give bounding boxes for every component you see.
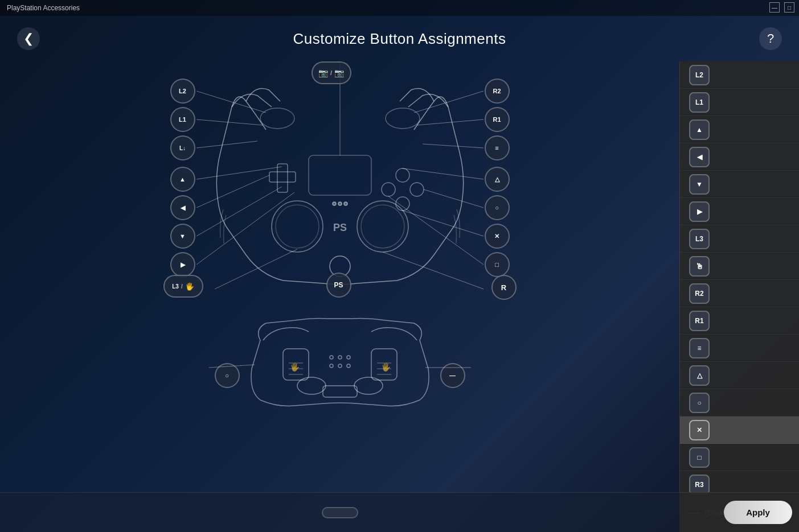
controller-diagram-bottom: 🖐 🖐 ○ —: [226, 312, 454, 414]
back-button[interactable]: ❮: [17, 27, 40, 50]
controller-diagram-top: PS: [158, 61, 522, 300]
svg-line-28: [423, 144, 484, 148]
circle-label: ○: [495, 204, 499, 211]
L1-button[interactable]: L1: [170, 107, 195, 132]
header: ❮ Customize Button Assignments ?: [0, 16, 799, 61]
panel-icon-right: ▶: [689, 201, 710, 222]
L3-touchpad-button[interactable]: L3 / 🖐: [163, 275, 203, 298]
dpad-right-label: ▶: [181, 261, 185, 269]
R1-label: R1: [493, 116, 501, 123]
svg-text:🖐: 🖐: [380, 362, 391, 372]
panel-icon-left: ◀: [689, 147, 710, 167]
panel-icon-up: ▲: [689, 119, 710, 140]
back-icon: ❮: [23, 31, 34, 46]
svg-line-26: [414, 91, 484, 113]
svg-rect-4: [277, 164, 288, 192]
touchpad-button[interactable]: 📷 / 📷: [312, 61, 351, 84]
page-title: Customize Button Assignments: [293, 30, 506, 48]
svg-line-27: [417, 119, 484, 125]
main-content: PS: [0, 61, 799, 532]
panel-icon-R2: R2: [689, 283, 710, 304]
R2-button[interactable]: R2: [485, 79, 510, 104]
svg-point-42: [338, 364, 342, 368]
svg-point-44: [297, 377, 326, 394]
panel-item-R1[interactable]: R1: [680, 307, 799, 335]
minimize-button[interactable]: —: [769, 2, 780, 13]
L-stick-label: L↓: [179, 145, 186, 151]
circle-button[interactable]: ○: [485, 195, 510, 220]
cross-label: ✕: [494, 233, 499, 240]
cross-button[interactable]: ✕: [485, 224, 510, 249]
options-button[interactable]: ≡: [485, 135, 510, 160]
svg-line-29: [403, 168, 484, 179]
L-stick-button[interactable]: L↓: [170, 135, 195, 160]
bottom-pill[interactable]: [322, 507, 358, 518]
dpad-left-label: ◀: [181, 204, 185, 212]
title-bar: PlayStation Accessories — □: [0, 0, 799, 16]
svg-line-31: [403, 211, 484, 236]
svg-point-13: [344, 202, 347, 205]
help-button[interactable]: ?: [759, 27, 782, 50]
R-back-button[interactable]: R: [491, 275, 517, 300]
R-back-label: R: [501, 283, 506, 292]
svg-point-1: [276, 205, 319, 248]
panel-icon-cross: ✕: [689, 420, 710, 440]
triangle-button[interactable]: △: [485, 167, 510, 192]
svg-point-41: [330, 364, 333, 368]
dpad-up-button[interactable]: ▲: [170, 167, 195, 192]
panel-icon-R1: R1: [689, 311, 710, 331]
bottom-minus-button[interactable]: —: [440, 363, 465, 388]
svg-line-24: [196, 192, 294, 265]
svg-point-45: [354, 377, 383, 394]
apply-button[interactable]: Apply: [724, 501, 792, 524]
dpad-down-button[interactable]: ▼: [170, 224, 195, 249]
dpad-down-label: ▼: [179, 233, 186, 240]
panel-item-left[interactable]: ◀: [680, 143, 799, 171]
panel-item-cross[interactable]: ✕: [680, 416, 799, 444]
panel-icon-circle: ○: [689, 393, 710, 413]
panel-icon-L1: L1: [689, 92, 710, 113]
app-title: PlayStation Accessories: [7, 4, 80, 12]
panel-icon-down: ▼: [689, 174, 710, 195]
panel-item-options[interactable]: ≡: [680, 335, 799, 362]
svg-point-0: [272, 201, 323, 252]
window-controls: — □: [769, 2, 794, 13]
svg-rect-10: [309, 155, 371, 195]
svg-point-15: [260, 108, 294, 129]
bottom-bar: [0, 492, 679, 532]
svg-line-33: [383, 252, 484, 289]
panel-item-up[interactable]: ▲: [680, 116, 799, 143]
svg-point-11: [333, 202, 336, 205]
svg-point-7: [410, 183, 424, 196]
bottom-circle-button[interactable]: ○: [215, 363, 240, 388]
side-panel: L2 L1 ▲ ◀ ▼ ▶: [679, 61, 799, 532]
svg-point-39: [338, 356, 342, 359]
panel-item-square[interactable]: □: [680, 444, 799, 471]
svg-line-30: [424, 189, 484, 208]
panel-item-triangle[interactable]: △: [680, 362, 799, 389]
svg-point-43: [347, 364, 350, 368]
panel-item-touchpad[interactable]: 🖱: [680, 253, 799, 280]
panel-item-R2[interactable]: R2: [680, 280, 799, 307]
svg-line-25: [215, 249, 297, 289]
apply-area: Apply: [679, 492, 799, 532]
panel-item-right[interactable]: ▶: [680, 198, 799, 225]
R1-button[interactable]: R1: [485, 107, 510, 132]
square-button[interactable]: □: [485, 252, 510, 277]
panel-item-down[interactable]: ▼: [680, 171, 799, 198]
panel-item-L3[interactable]: L3: [680, 225, 799, 253]
svg-point-40: [347, 356, 350, 359]
panel-icon-touchpad: 🖱: [689, 256, 710, 277]
ps-button[interactable]: PS: [326, 273, 351, 298]
panel-item-circle[interactable]: ○: [680, 389, 799, 416]
L2-button[interactable]: L2: [170, 79, 195, 104]
panel-item-L2[interactable]: L2: [680, 61, 799, 89]
svg-line-19: [196, 119, 263, 125]
panel-item-L1[interactable]: L1: [680, 89, 799, 116]
svg-line-21: [196, 167, 282, 179]
dpad-right-button[interactable]: ▶: [170, 252, 195, 277]
dpad-left-button[interactable]: ◀: [170, 195, 195, 220]
maximize-button[interactable]: □: [784, 2, 794, 13]
panel-icon-L3: L3: [689, 229, 710, 249]
svg-point-2: [357, 201, 408, 252]
